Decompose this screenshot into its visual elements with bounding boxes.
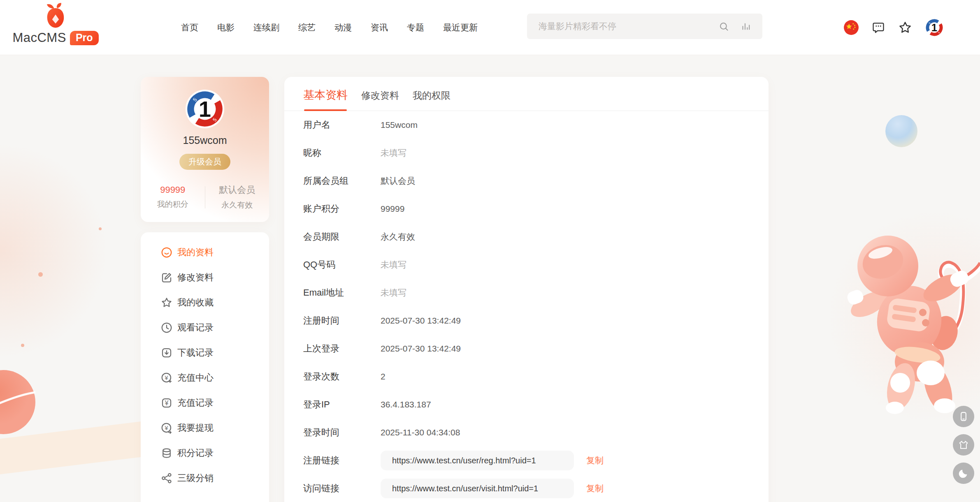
link-url-box[interactable]: https://www.test.cn/user/reg.html?uid=1 — [381, 451, 574, 470]
recharge-icon: ¥ — [160, 372, 173, 384]
sidebar-item-recharge-record[interactable]: ¥充值记录 — [141, 390, 269, 415]
row-label: QQ号码 — [303, 259, 381, 271]
sidebar-menu: 我的资料修改资料我的收藏观看记录下载记录¥充值中心¥充值记录¥我要提现积分记录三… — [141, 232, 269, 502]
moon-icon — [958, 467, 969, 479]
download-icon — [160, 347, 173, 359]
mobile-button[interactable] — [953, 406, 974, 427]
nav-item[interactable]: 首页 — [181, 22, 198, 33]
row-value: 2025-11-30 04:34:08 — [381, 428, 460, 437]
profile-row: 注册链接https://www.test.cn/user/reg.html?ui… — [303, 446, 750, 474]
copy-button[interactable]: 复制 — [586, 455, 604, 466]
svg-text:¥: ¥ — [165, 399, 169, 406]
row-label: Email地址 — [303, 287, 381, 299]
row-label: 上次登录 — [303, 342, 381, 355]
search-icon[interactable] — [718, 21, 729, 32]
user-stats: 99999我的积分默认会员永久有效 — [141, 184, 269, 211]
row-value: 2 — [381, 372, 385, 382]
edit-icon — [160, 271, 173, 284]
search-box — [527, 14, 762, 39]
maccms-tomato-icon — [12, 2, 100, 30]
sidebar-item-points[interactable]: 积分记录 — [141, 440, 269, 465]
dark-mode-button[interactable] — [953, 463, 974, 484]
row-value: 2025-07-30 13:42:49 — [381, 316, 461, 326]
nav-item[interactable]: 动漫 — [334, 22, 352, 33]
deco-planet-illustration — [0, 369, 36, 437]
row-label: 访问链接 — [303, 482, 381, 495]
recharge-record-icon: ¥ — [160, 397, 173, 409]
svg-text:1: 1 — [931, 22, 937, 33]
sidebar-item-star[interactable]: 我的收藏 — [141, 290, 269, 315]
search-input[interactable] — [539, 21, 708, 31]
user-profile-card: 551 155wcom 升级会员 99999我的积分默认会员永久有效 — [141, 77, 269, 222]
username: 155wcom — [141, 134, 269, 146]
site-logo[interactable]: MacCMS Pro — [12, 2, 100, 45]
profile-row: 登录IP36.4.183.187 — [303, 391, 750, 419]
deco-dot — [21, 344, 24, 347]
sidebar-item-label: 我的资料 — [177, 246, 214, 259]
row-value: 默认会员 — [381, 175, 415, 187]
tab-修改资料[interactable]: 修改资料 — [361, 89, 399, 110]
user-avatar-large[interactable]: 551 — [185, 89, 225, 129]
sidebar-item-smiley[interactable]: 我的资料 — [141, 240, 269, 265]
profile-row: 上次登录2025-07-30 13:42:49 — [303, 335, 750, 363]
nav-item[interactable]: 专题 — [407, 22, 424, 33]
sidebar-item-clock[interactable]: 观看记录 — [141, 315, 269, 340]
link-url-box[interactable]: https://www.test.cn/user/visit.html?uid=… — [381, 479, 574, 498]
profile-row: 会员期限永久有效 — [303, 223, 750, 251]
message-icon[interactable] — [871, 21, 885, 35]
row-value: 未填写 — [381, 147, 406, 159]
copy-button[interactable]: 复制 — [586, 483, 604, 494]
sidebar-item-label: 修改资料 — [177, 271, 214, 284]
sidebar-item-label: 我要提现 — [177, 422, 214, 434]
profile-row: 注册时间2025-07-30 13:42:49 — [303, 307, 750, 335]
svg-text:1: 1 — [199, 97, 211, 121]
stat-block: 默认会员永久有效 — [205, 184, 269, 211]
theme-skin-button[interactable] — [953, 434, 974, 456]
star-icon[interactable] — [898, 20, 913, 35]
sidebar-item-share[interactable]: 三级分销 — [141, 465, 269, 490]
top-navigation-bar: MacCMS Pro 首页电影连续剧综艺动漫资讯专题最近更新 551 — [0, 0, 980, 55]
sidebar-item-label: 积分记录 — [177, 447, 214, 459]
sidebar-item-label: 观看记录 — [177, 322, 214, 334]
nav-item[interactable]: 连续剧 — [253, 22, 279, 33]
china-flag-icon[interactable] — [843, 20, 859, 35]
sidebar-item-edit[interactable]: 修改资料 — [141, 265, 269, 290]
profile-row: 访问链接https://www.test.cn/user/visit.html?… — [303, 474, 750, 502]
nav-item[interactable]: 最近更新 — [443, 22, 478, 33]
sidebar-item-label: 充值记录 — [177, 397, 214, 409]
row-label: 所属会员组 — [303, 175, 381, 187]
row-label: 登录时间 — [303, 426, 381, 439]
user-avatar[interactable]: 551 — [925, 18, 944, 37]
row-label: 账户积分 — [303, 203, 381, 215]
nav-item[interactable]: 资讯 — [371, 22, 388, 33]
row-value: 永久有效 — [381, 231, 415, 243]
floating-buttons — [953, 406, 974, 484]
nav-item[interactable]: 电影 — [217, 22, 235, 33]
row-value: 36.4.183.187 — [381, 400, 431, 409]
profile-row: 账户积分99999 — [303, 195, 750, 223]
profile-row: 昵称未填写 — [303, 139, 750, 167]
row-value: 2025-07-30 13:42:49 — [381, 344, 461, 354]
sidebar-item-withdraw[interactable]: ¥我要提现 — [141, 415, 269, 440]
profile-row: 所属会员组默认会员 — [303, 167, 750, 195]
trending-bars-icon[interactable] — [740, 21, 751, 32]
stat-label: 永久有效 — [205, 200, 269, 211]
row-value: 未填写 — [381, 287, 406, 298]
logo-pro-badge: Pro — [70, 31, 99, 45]
tshirt-icon — [958, 439, 969, 451]
upgrade-member-button[interactable]: 升级会员 — [179, 154, 230, 170]
sidebar-item-label: 三级分销 — [177, 472, 214, 484]
stat-label: 我的积分 — [141, 199, 205, 210]
header-actions: 551 — [843, 0, 944, 55]
clock-icon — [160, 322, 173, 334]
sidebar-item-label: 我的收藏 — [177, 296, 214, 309]
tab-我的权限[interactable]: 我的权限 — [413, 89, 451, 110]
sidebar-item-download[interactable]: 下载记录 — [141, 340, 269, 365]
row-label: 会员期限 — [303, 231, 381, 243]
tab-基本资料[interactable]: 基本资料 — [303, 88, 348, 111]
profile-main-card: 基本资料修改资料我的权限 用户名155wcom昵称未填写所属会员组默认会员账户积… — [284, 77, 769, 502]
nav-item[interactable]: 综艺 — [298, 22, 316, 33]
logo-text: MacCMS — [12, 30, 66, 45]
row-label: 注册链接 — [303, 454, 381, 467]
sidebar-item-recharge[interactable]: ¥充值中心 — [141, 365, 269, 390]
